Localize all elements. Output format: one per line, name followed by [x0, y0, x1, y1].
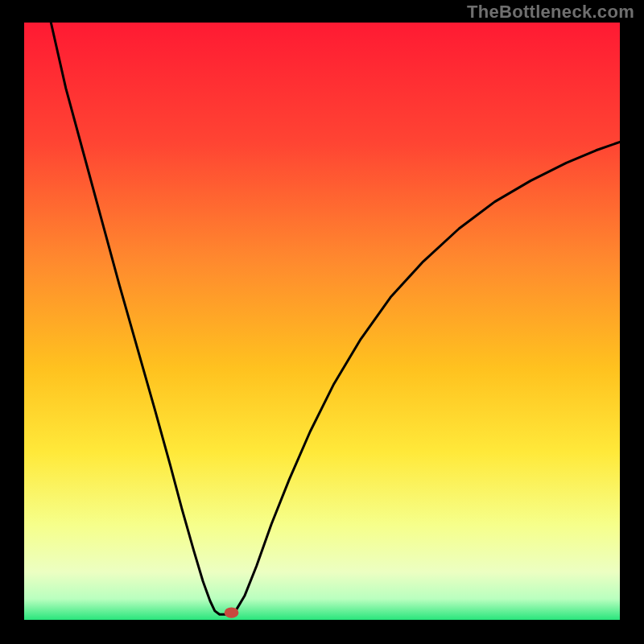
chart-frame: TheBottleneck.com: [0, 0, 644, 644]
bottleneck-chart: [0, 0, 644, 644]
gradient-background: [24, 23, 620, 620]
watermark-text: TheBottleneck.com: [467, 2, 634, 23]
optimal-marker: [225, 607, 239, 617]
